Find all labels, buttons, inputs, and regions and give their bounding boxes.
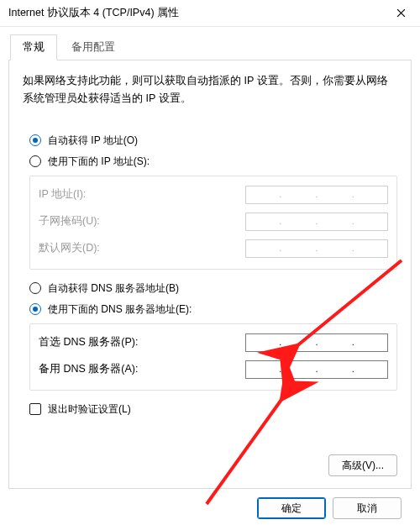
row-preferred-dns: 首选 DNS 服务器(P): ...: [39, 329, 388, 356]
radio-icon: [29, 134, 41, 146]
dns-fieldset: 首选 DNS 服务器(P): ... 备用 DNS 服务器(A): ...: [29, 323, 397, 391]
ip-group: 自动获得 IP 地址(O) 使用下面的 IP 地址(S): IP 地址(I): …: [23, 134, 397, 270]
dialog-footer: 确定 取消: [8, 489, 412, 519]
input-preferred-dns[interactable]: ...: [245, 333, 388, 352]
radio-dns-manual[interactable]: 使用下面的 DNS 服务器地址(E):: [29, 302, 397, 317]
input-ip-address: ...: [245, 186, 388, 204]
row-default-gateway: 默认网关(D): ...: [39, 235, 388, 262]
radio-icon: [29, 282, 41, 294]
description-text: 如果网络支持此功能，则可以获取自动指派的 IP 设置。否则，你需要从网络系统管理…: [23, 72, 397, 108]
radio-ip-manual[interactable]: 使用下面的 IP 地址(S):: [29, 155, 397, 169]
checkbox-validate[interactable]: 退出时验证设置(L): [23, 402, 397, 417]
row-subnet-mask: 子网掩码(U): ...: [39, 208, 388, 235]
ip-fieldset: IP 地址(I): ... 子网掩码(U): ... 默认网关(D): ...: [29, 176, 397, 270]
row-alternate-dns: 备用 DNS 服务器(A): ...: [39, 356, 388, 383]
input-default-gateway: ...: [245, 239, 388, 258]
label-ip-address: IP 地址(I):: [39, 187, 245, 202]
tab-general[interactable]: 常规: [10, 34, 57, 60]
window-title: Internet 协议版本 4 (TCP/IPv4) 属性: [8, 6, 383, 20]
radio-label: 使用下面的 DNS 服务器地址(E):: [48, 302, 192, 317]
tab-strip: 常规 备用配置: [8, 34, 412, 60]
radio-label: 使用下面的 IP 地址(S):: [48, 155, 150, 169]
label-alternate-dns: 备用 DNS 服务器(A):: [39, 362, 245, 376]
cancel-button[interactable]: 取消: [333, 497, 402, 519]
label-subnet-mask: 子网掩码(U):: [39, 214, 245, 228]
input-subnet-mask: ...: [245, 213, 388, 231]
radio-label: 自动获得 DNS 服务器地址(B): [48, 281, 179, 296]
dns-group: 自动获得 DNS 服务器地址(B) 使用下面的 DNS 服务器地址(E): 首选…: [23, 281, 397, 391]
checkbox-label: 退出时验证设置(L): [48, 402, 131, 417]
input-alternate-dns[interactable]: ...: [245, 360, 388, 379]
advanced-button[interactable]: 高级(V)...: [328, 454, 397, 476]
radio-icon: [29, 155, 41, 167]
close-icon: [396, 8, 406, 18]
radio-dns-auto[interactable]: 自动获得 DNS 服务器地址(B): [29, 281, 397, 296]
checkbox-icon: [29, 403, 41, 415]
radio-icon: [29, 303, 41, 315]
label-default-gateway: 默认网关(D):: [39, 241, 245, 255]
title-bar: Internet 协议版本 4 (TCP/IPv4) 属性: [0, 0, 420, 27]
label-preferred-dns: 首选 DNS 服务器(P):: [39, 335, 245, 349]
tab-page-general: 如果网络支持此功能，则可以获取自动指派的 IP 设置。否则，你需要从网络系统管理…: [8, 60, 412, 489]
radio-label: 自动获得 IP 地址(O): [48, 134, 138, 148]
close-button[interactable]: [383, 1, 418, 26]
radio-ip-auto[interactable]: 自动获得 IP 地址(O): [29, 134, 397, 148]
tab-alternate[interactable]: 备用配置: [59, 34, 128, 60]
row-ip-address: IP 地址(I): ...: [39, 181, 388, 208]
ok-button[interactable]: 确定: [257, 497, 326, 519]
